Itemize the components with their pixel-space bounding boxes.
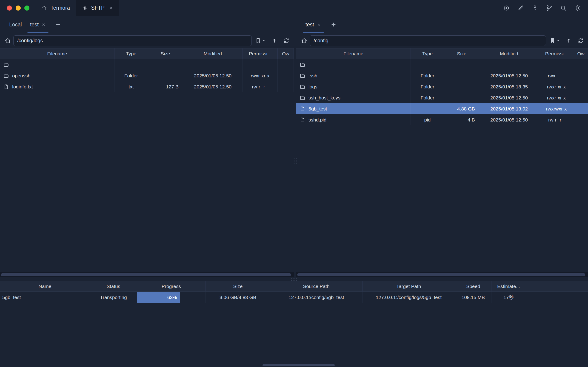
column-header[interactable]: Filename [0,49,114,59]
file-type-cell [114,59,148,70]
branch-button[interactable] [546,5,553,11]
refresh-button[interactable] [577,37,584,44]
column-header[interactable]: Type [114,49,148,59]
file-type-cell [411,59,444,70]
path-input[interactable] [13,35,252,46]
tab-label: test [30,22,39,28]
column-header[interactable]: Speed [455,281,491,292]
tab-test-right[interactable]: test [301,16,325,33]
column-header[interactable]: Size [206,281,270,292]
home-icon [301,37,307,44]
file-modified-cell: 2025/01/05 12:50 [479,70,539,81]
file-permissions-cell [539,59,574,70]
bookmark-icon[interactable] [549,37,556,44]
panel-splitter[interactable] [294,16,296,277]
column-header[interactable]: Modified [479,49,539,59]
file-modified-cell: 2025/01/05 18:35 [479,81,539,92]
file-row[interactable]: opensshFolder2025/01/05 12:50rwxr-xr-x [0,70,294,81]
new-panel-tab-button[interactable] [327,16,341,33]
edit-button[interactable] [517,5,524,11]
home-icon [4,37,11,44]
search-button[interactable] [560,5,567,11]
file-owner-cell [574,81,588,92]
file-modified-cell [479,59,539,70]
column-header[interactable]: Progress [137,281,206,292]
window-horizontal-scrollbar[interactable] [263,364,335,366]
scrollbar-thumb[interactable] [297,273,585,276]
splitter-grip-icon [294,158,297,164]
transfer-table: 5gb_testTransporting63%3.06 GB/4.88 GB12… [0,292,588,303]
column-header[interactable]: Target Path [363,281,455,292]
transfer-splitter[interactable] [0,277,588,281]
file-owner-cell [574,114,588,125]
column-header[interactable]: Type [411,49,444,59]
key-icon [531,5,538,11]
scrollbar-thumb[interactable] [1,273,291,276]
right-panel-tab-bar: test [296,16,588,33]
file-row[interactable]: .. [0,59,294,70]
refresh-button[interactable] [283,37,290,44]
file-permissions-cell: rwxr-xr-x [539,81,574,92]
right-horizontal-scrollbar[interactable] [296,272,588,277]
file-row[interactable]: loginfo.txttxt127 B2025/01/05 12:50rw-r-… [0,81,294,92]
tab-termora[interactable]: Termora [35,0,76,16]
new-panel-tab-button[interactable] [51,16,65,33]
column-header[interactable]: Name [0,281,90,292]
settings-button[interactable] [574,5,581,11]
file-permissions-cell: rw-r--r-- [539,114,574,125]
folder-icon [299,95,306,101]
close-icon[interactable] [317,23,321,27]
close-window-button[interactable] [7,6,12,11]
tab-sftp[interactable]: SFTP [76,0,119,16]
folder-icon [299,84,306,90]
transfer-estimate-cell: 17秒 [491,292,526,303]
record-button[interactable] [503,5,510,11]
chevron-down-icon[interactable] [262,39,266,42]
file-row[interactable]: 5gb_test4.88 GB2025/01/05 13:02rwxrwxr-x [296,103,588,114]
close-icon[interactable] [109,6,113,10]
file-modified-cell: 2025/01/05 12:50 [183,70,243,81]
file-modified-cell: 2025/01/05 12:50 [479,92,539,103]
plus-icon [124,5,130,11]
transfer-target-cell: 127.0.0.1:/config/logs/5gb_test [363,292,455,303]
file-name-cell: 5gb_test [296,103,411,114]
file-row[interactable]: .sshFolder2025/01/05 12:50rwx------ [296,70,588,81]
chevron-down-icon[interactable] [556,39,560,42]
path-input[interactable] [310,35,546,46]
file-permissions-cell: rwxr-xr-x [539,92,574,103]
home-button[interactable] [298,37,310,44]
column-header[interactable]: Estimate... [491,281,526,292]
column-header[interactable]: Size [444,49,479,59]
column-header[interactable]: Ow [278,49,294,59]
tab-test-left[interactable]: test [26,16,50,33]
parent-directory-button[interactable] [271,37,278,44]
file-modified-cell: 2025/01/05 12:50 [183,81,243,92]
tab-local[interactable]: Local [5,16,26,33]
file-row[interactable]: .. [296,59,588,70]
minimize-window-button[interactable] [16,6,21,11]
file-owner-cell [278,81,294,92]
file-row[interactable]: sshd.pidpid4 B2025/01/05 12:50rw-r--r-- [296,114,588,125]
key-button[interactable] [531,5,538,11]
left-horizontal-scrollbar[interactable] [0,272,294,277]
close-icon[interactable] [41,23,46,27]
column-header[interactable]: Status [90,281,137,292]
transfer-row[interactable]: 5gb_testTransporting63%3.06 GB/4.88 GB12… [0,292,588,303]
column-header[interactable]: Permissi... [243,49,278,59]
parent-directory-button[interactable] [565,37,572,44]
column-header[interactable]: Source Path [270,281,363,292]
column-header[interactable]: Permissi... [539,49,574,59]
transfer-empty-area [0,303,588,367]
new-tab-button[interactable] [119,0,135,16]
file-row[interactable]: logsFolder2025/01/05 18:35rwxr-xr-x [296,81,588,92]
home-button[interactable] [2,37,13,44]
bookmark-icon[interactable] [255,37,261,44]
file-modified-cell: 2025/01/05 12:50 [479,114,539,125]
close-icon [109,6,113,10]
column-header[interactable]: Ow [574,49,588,59]
file-row[interactable]: ssh_host_keysFolder2025/01/05 12:50rwxr-… [296,92,588,103]
column-header[interactable]: Size [148,49,183,59]
zoom-window-button[interactable] [24,6,29,11]
column-header[interactable]: Filename [296,49,411,59]
column-header[interactable]: Modified [183,49,243,59]
